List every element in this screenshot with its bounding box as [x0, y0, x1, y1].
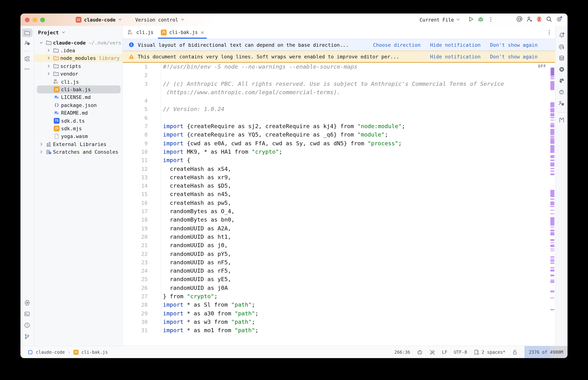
- fold-gutter: [148, 165, 161, 173]
- change-marker: [550, 256, 554, 257]
- terminal-tool-button[interactable]: [21, 309, 33, 318]
- tree-item-package-json[interactable]: {}package.json: [34, 101, 122, 109]
- add-user-button[interactable]: [525, 15, 534, 25]
- tab-cli-bak-js[interactable]: JScli-bak.js×: [157, 26, 208, 39]
- line-number: 5: [123, 105, 148, 114]
- tree-item-scratches-and-consoles[interactable]: Scratches and Consoles: [34, 148, 122, 156]
- caret-position[interactable]: 266:36: [394, 349, 410, 355]
- m-tool-button[interactable]: [556, 116, 567, 124]
- chevron-right-icon[interactable]: [46, 72, 52, 76]
- line-separator[interactable]: LF: [442, 349, 447, 355]
- collaboration-tool-button[interactable]: ?: [21, 39, 33, 47]
- readonly-toggle[interactable]: [512, 349, 518, 355]
- banner-link-choose-direction[interactable]: Choose direction: [373, 42, 421, 48]
- tree-item-cli-js[interactable]: 10OJScli.js: [34, 78, 122, 86]
- chevron-right-icon[interactable]: [46, 48, 52, 53]
- tree-item-readme-md[interactable]: M↓README.md: [34, 109, 122, 117]
- js-file-icon: JS: [54, 126, 60, 132]
- chevron-right-icon: [46, 48, 51, 53]
- tree-item-vendor[interactable]: vendor: [34, 70, 122, 78]
- close-tab-icon[interactable]: ×: [201, 29, 204, 36]
- line-number: 9: [123, 139, 148, 148]
- tree-item-label: .idea: [60, 47, 75, 53]
- ai-mentions-button[interactable]: [515, 15, 525, 25]
- scrollbar-thumb[interactable]: [551, 68, 554, 76]
- project-panel-title: Project: [38, 29, 59, 35]
- more-run-actions-button[interactable]: [486, 15, 496, 25]
- chevron-right-icon[interactable]: [46, 64, 52, 68]
- titlebar: CC claude-code Version control Current F…: [20, 14, 568, 26]
- more-tool-windows-button[interactable]: [21, 65, 33, 73]
- copilot-status[interactable]: [417, 349, 423, 355]
- tree-item-sdk-d-ts[interactable]: TSsdk.d.ts: [34, 117, 122, 125]
- circle-x-icon: [559, 66, 565, 72]
- memory-indicator[interactable]: 2376 of 4900M: [525, 346, 568, 358]
- file-type-icon: [54, 133, 60, 139]
- tab-cli-js[interactable]: 10OJScli.js: [124, 26, 157, 39]
- run-config-selector[interactable]: Current File: [420, 17, 460, 22]
- banner-link-don-t-show-again[interactable]: Don't show again: [490, 54, 538, 59]
- vcs-widget[interactable]: Version control: [135, 17, 184, 22]
- maximize-window-button[interactable]: [40, 17, 45, 22]
- line-number: 16: [123, 199, 148, 208]
- problems-tool-button[interactable]: [21, 321, 33, 330]
- banner-link-hide-notification[interactable]: Hide notification: [430, 54, 481, 59]
- chevron-right-icon: [39, 142, 43, 146]
- change-marker: [550, 139, 554, 144]
- database-tool-button[interactable]: [556, 54, 567, 62]
- project-widget[interactable]: CC claude-code: [76, 17, 122, 23]
- editor[interactable]: 1#!/usr/bin/env -S node --no-warnings --…: [123, 63, 555, 346]
- banner-link-don-t-show-again[interactable]: Don't show again: [490, 42, 538, 48]
- breadcrumb-project[interactable]: claude-code: [36, 349, 65, 355]
- indent-style[interactable]: 2 spaces*: [474, 349, 506, 355]
- circle-x-tool-button[interactable]: [556, 65, 567, 74]
- banner-link-hide-notification[interactable]: Hide notification: [430, 42, 481, 48]
- project-panel-header[interactable]: Project: [34, 26, 122, 39]
- code-line: 12 createHash as xS4,: [123, 165, 555, 173]
- ai-sparkle-button[interactable]: [534, 15, 544, 25]
- structure-tool-button[interactable]: [21, 54, 33, 63]
- copilot-tool-button[interactable]: [556, 88, 567, 96]
- fold-gutter: [148, 63, 161, 71]
- tree-item-scripts[interactable]: scripts: [34, 62, 122, 70]
- chevron-right-icon[interactable]: [38, 142, 44, 146]
- highlighting-level[interactable]: [430, 349, 435, 355]
- change-marker: [550, 206, 554, 207]
- breadcrumb-file[interactable]: cli-bak.js: [81, 349, 108, 355]
- tree-item-claude-code[interactable]: claude-code~/.nvm/vers: [34, 39, 122, 47]
- change-marker: [550, 298, 554, 298]
- tree-item-node-modules[interactable]: node_moduleslibrary: [34, 54, 122, 62]
- search-everywhere-button[interactable]: [544, 15, 554, 25]
- editor-scrollbar[interactable]: [550, 63, 555, 346]
- tree-item-cli-bak-js[interactable]: JScli-bak.js: [34, 86, 122, 94]
- code-with-me-tool-button[interactable]: [556, 99, 567, 108]
- minimize-window-button[interactable]: [33, 17, 37, 22]
- settings-button[interactable]: [554, 15, 564, 25]
- tree-item-sdk-mjs[interactable]: JSsdk.mjs: [34, 125, 122, 133]
- notifications-button[interactable]: [556, 31, 567, 40]
- code-line: 7import {createRequire as sj2, createReq…: [123, 122, 555, 131]
- folder-icon: [53, 63, 59, 69]
- line-number: 29: [123, 309, 148, 318]
- tab-options-button[interactable]: [546, 26, 552, 39]
- services-tool-button[interactable]: [21, 298, 33, 307]
- close-window-button[interactable]: [25, 17, 30, 22]
- project-tool-button[interactable]: [21, 28, 33, 37]
- tree-item-yoga-wasm[interactable]: yoga.wasm: [34, 132, 122, 140]
- tree-item-external-libraries[interactable]: External Libraries: [34, 140, 122, 148]
- code-line: 26 randomUUID as j0A: [123, 284, 555, 292]
- chevron-down-icon[interactable]: [38, 40, 44, 45]
- plugin-tool-button[interactable]: [556, 76, 567, 85]
- line-number: 2: [123, 71, 148, 80]
- file-encoding[interactable]: UTF-8: [454, 349, 467, 355]
- ai-assistant-tool-button[interactable]: [556, 42, 567, 51]
- chevron-right-icon[interactable]: [46, 56, 52, 60]
- code-line: (https://www.anthropic.com/legal/commerc…: [123, 88, 555, 97]
- tree-item-license-md[interactable]: M↓LICENSE.md: [34, 93, 122, 101]
- run-button[interactable]: [466, 15, 476, 25]
- debug-button[interactable]: [476, 15, 486, 25]
- chevron-right-icon[interactable]: [38, 150, 44, 154]
- version-control-tool-button[interactable]: [21, 332, 33, 341]
- chevron-right-icon: [46, 56, 51, 60]
- tree-item-idea[interactable]: .idea: [34, 47, 122, 54]
